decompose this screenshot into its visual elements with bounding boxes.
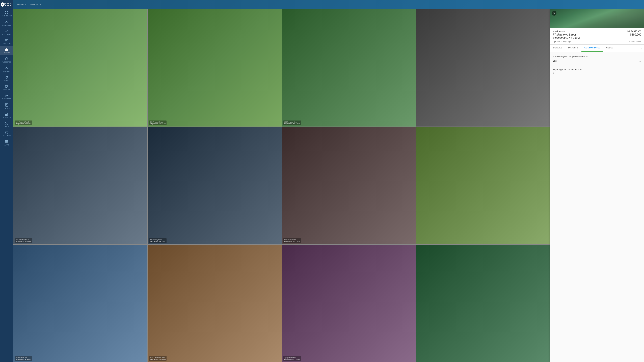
listing-card[interactable]: 55 Farmland RdBinghamton, NY 13905 [14, 245, 148, 362]
svg-rect-18 [7, 86, 8, 87]
svg-rect-39 [6, 142, 7, 143]
sidebar-item-apps[interactable]: APPS [0, 138, 14, 147]
sidebar-logo: PURE AGENT [0, 0, 14, 9]
followup-icon [5, 29, 8, 33]
nav-search[interactable]: SEARCH [17, 3, 26, 6]
campaigns-icon [5, 38, 8, 42]
content-area: 100 Prospect RoadBinghamton, NY 12345 24… [14, 9, 644, 362]
sidebar-item-partners[interactable]: PARTNERS [0, 92, 14, 101]
listing-card[interactable]: 144 Factory LaneBinghamton, NY 13901 [148, 127, 282, 244]
svg-point-31 [6, 132, 7, 133]
tab-media[interactable]: MEDIA [603, 44, 616, 52]
tab-details[interactable]: DETAILS [550, 44, 565, 52]
sidebar: PURE AGENT DASHBOARD CONTACTS FOLLOW-UP … [0, 0, 14, 362]
listing-card[interactable]: 210 Construction WayBinghamton, NY 13906 [148, 245, 282, 362]
agents-label: AGENTS [3, 70, 10, 72]
logo-pure: PURE [5, 3, 13, 4]
panel-header-image: ✕ [550, 9, 644, 28]
close-button[interactable]: ✕ [552, 11, 556, 15]
sidebar-item-follow-up[interactable]: FOLLOW-UP [0, 28, 14, 37]
listing-card[interactable] [416, 9, 550, 126]
contacts-icon [5, 20, 8, 24]
help-label: HELP [4, 126, 9, 127]
settings-icon [5, 131, 8, 134]
agents-icon [5, 66, 8, 70]
listing-card[interactable]: 242 Prospect RoadBinghamton, NY 13904 [148, 9, 282, 126]
listing-card[interactable]: 88 Commerce StBinghamton, NY 13902 [282, 127, 416, 244]
sidebar-item-contacts[interactable]: CONTACTS [0, 18, 14, 28]
sidebar-item-agents[interactable]: AGENTS [0, 64, 14, 74]
listing-card[interactable]: 180 Prospect RoadBinghamton, NY 13903 [282, 9, 416, 126]
shield-icon [1, 2, 4, 7]
field-buyer-compensation: Buyer Agent Compensation % 3 [553, 68, 641, 76]
forms-label: FORMS [4, 107, 10, 109]
sidebar-item-campaigns[interactable]: CAMPAIGNS [0, 37, 14, 46]
svg-point-4 [6, 21, 8, 22]
compensation-value: 3 [553, 72, 554, 75]
panel-info: Residential MLS#325900 77 Matthews Stree… [550, 28, 644, 44]
listing-type: Residential [553, 30, 565, 33]
sidebar-item-help[interactable]: ? HELP [0, 120, 14, 129]
svg-rect-26 [6, 114, 7, 116]
svg-rect-0 [5, 11, 6, 12]
sidebar-item-dashboard[interactable]: DASHBOARD [0, 9, 14, 18]
svg-rect-33 [6, 140, 7, 141]
svg-rect-38 [5, 142, 6, 143]
top-nav: SEARCH INSIGHTS [14, 0, 644, 9]
listing-city: Binghamton, NY 13905 [553, 36, 580, 39]
status-value: Active [636, 40, 641, 43]
field-value-text: Yes [553, 59, 556, 62]
tab-custom-data[interactable]: CUSTOM DATA [582, 44, 603, 52]
tab-more-button[interactable]: › [638, 44, 644, 52]
teams-icon [5, 75, 8, 79]
field-value-buyer-public[interactable]: Yes ⌄ [553, 59, 641, 64]
empty-content-area [553, 80, 641, 114]
sidebar-item-offices[interactable]: OFFICES [0, 83, 14, 92]
svg-rect-21 [6, 103, 8, 106]
offices-icon [5, 85, 8, 88]
dropdown-arrow-icon: ⌄ [639, 59, 641, 63]
followup-label: FOLLOW-UP [2, 33, 12, 35]
listing-card[interactable]: 302 Industrial DriveBinghamton, NY 13905 [14, 127, 148, 244]
forms-icon [5, 103, 8, 107]
sidebar-item-teams[interactable]: TEAMS [0, 74, 14, 83]
sidebar-item-websites[interactable]: WEBSITES [0, 55, 14, 64]
listing-grid: 100 Prospect RoadBinghamton, NY 12345 24… [14, 9, 550, 362]
svg-point-20 [7, 95, 8, 96]
partners-icon [5, 94, 8, 97]
svg-point-13 [6, 76, 7, 77]
svg-rect-16 [6, 87, 7, 88]
listing-updated: Updated 5 days ago [553, 40, 571, 43]
nav-insights[interactable]: INSIGHTS [30, 3, 41, 6]
partners-label: PARTNERS [2, 98, 11, 100]
field-label-buyer-public: Is Buyer Agent Compensation Public? [553, 55, 641, 58]
svg-rect-8 [5, 49, 8, 51]
field-value-compensation: 3 [553, 72, 641, 76]
websites-label: WEBSITES [2, 61, 11, 63]
websites-icon [5, 57, 8, 61]
contacts-label: CONTACTS [2, 24, 11, 26]
sidebar-item-settings[interactable]: SETTINGS [0, 129, 14, 138]
sidebar-item-listings[interactable]: LISTINGS [0, 46, 14, 55]
field-label-compensation: Buyer Agent Compensation % [553, 68, 641, 71]
campaigns-label: CAMPAIGNS [2, 43, 12, 44]
listing-card[interactable] [416, 245, 550, 362]
svg-rect-34 [8, 140, 8, 141]
reports-icon [5, 112, 8, 116]
svg-rect-36 [6, 141, 7, 142]
svg-point-14 [7, 76, 8, 77]
detail-panel: ✕ Residential MLS#325900 77 Matthews Str… [550, 9, 644, 362]
sidebar-item-forms[interactable]: FORMS [0, 101, 14, 111]
listing-card[interactable]: 330 Building AveBinghamton, NY 13907 [282, 245, 416, 362]
svg-text:?: ? [6, 122, 7, 125]
sidebar-item-reports[interactable]: REPORTS [0, 111, 14, 120]
tab-insights[interactable]: INSIGHTS [565, 44, 582, 52]
listing-card[interactable] [416, 127, 550, 244]
listing-card[interactable]: 100 Prospect RoadBinghamton, NY 12345 [14, 9, 148, 126]
svg-rect-35 [5, 141, 6, 142]
svg-rect-17 [6, 86, 6, 87]
teams-label: TEAMS [4, 80, 10, 81]
listing-address: 77 Matthews Street [553, 33, 576, 36]
help-icon: ? [5, 121, 8, 125]
settings-label: SETTINGS [2, 135, 11, 137]
